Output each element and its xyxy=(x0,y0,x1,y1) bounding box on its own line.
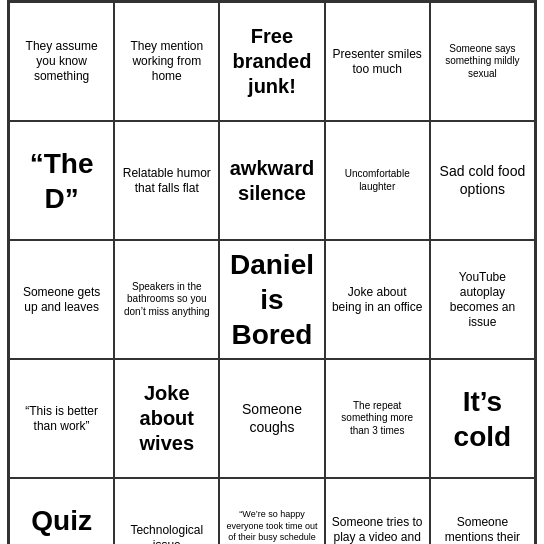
bingo-cell: Joke about being in an office xyxy=(325,240,430,359)
cell-text: Free branded junk! xyxy=(226,24,317,99)
cell-text: Technological issue xyxy=(121,523,212,545)
bingo-cell: YouTube autoplay becomes an issue xyxy=(430,240,535,359)
cell-text: Quiz time! xyxy=(16,503,107,545)
bingo-cell: “The D” xyxy=(9,121,114,240)
bingo-cell: Someone says something mildly sexual xyxy=(430,2,535,121)
cell-text: “We’re so happy everyone took time out o… xyxy=(226,509,317,544)
bingo-cell: They mention working from home xyxy=(114,2,219,121)
cell-text: They mention working from home xyxy=(121,39,212,84)
cell-text: “This is better than work” xyxy=(16,404,107,434)
bingo-cell: Quiz time! xyxy=(9,478,114,544)
bingo-cell: awkward silence xyxy=(219,121,324,240)
bingo-card: They assume you know somethingThey menti… xyxy=(7,0,537,544)
cell-text: Joke about wives xyxy=(121,381,212,456)
cell-text: awkward silence xyxy=(226,156,317,206)
cell-text: “The D” xyxy=(16,146,107,216)
bingo-cell: Someone mentions their kids xyxy=(430,478,535,544)
cell-text: Relatable humor that falls flat xyxy=(121,166,212,196)
cell-text: Someone says something mildly sexual xyxy=(437,43,528,81)
cell-text: Someone coughs xyxy=(226,401,317,436)
bingo-cell: Free branded junk! xyxy=(219,2,324,121)
cell-text: They assume you know something xyxy=(16,39,107,84)
bingo-cell: Joke about wives xyxy=(114,359,219,478)
cell-text: Speakers in the bathrooms so you don’t m… xyxy=(121,281,212,319)
bingo-cell: Relatable humor that falls flat xyxy=(114,121,219,240)
bingo-cell: Someone gets up and leaves xyxy=(9,240,114,359)
bingo-cell: The repeat something more than 3 times xyxy=(325,359,430,478)
bingo-cell: “We’re so happy everyone took time out o… xyxy=(219,478,324,544)
cell-text: It’s cold xyxy=(437,384,528,454)
bingo-cell: Uncomfortable laughter xyxy=(325,121,430,240)
bingo-cell: Sad cold food options xyxy=(430,121,535,240)
bingo-cell: It’s cold xyxy=(430,359,535,478)
cell-text: Sad cold food options xyxy=(437,163,528,198)
cell-text: Daniel is Bored xyxy=(226,247,317,352)
bingo-cell: “This is better than work” xyxy=(9,359,114,478)
cell-text: Someone tries to play a video and fails xyxy=(332,515,423,544)
cell-text: Someone gets up and leaves xyxy=(16,285,107,315)
bingo-cell: Daniel is Bored xyxy=(219,240,324,359)
bingo-cell: Technological issue xyxy=(114,478,219,544)
cell-text: Someone mentions their kids xyxy=(437,515,528,544)
bingo-grid: They assume you know somethingThey menti… xyxy=(9,2,535,544)
cell-text: YouTube autoplay becomes an issue xyxy=(437,270,528,330)
bingo-cell: Presenter smiles too much xyxy=(325,2,430,121)
bingo-cell: Someone tries to play a video and fails xyxy=(325,478,430,544)
bingo-cell: They assume you know something xyxy=(9,2,114,121)
bingo-cell: Speakers in the bathrooms so you don’t m… xyxy=(114,240,219,359)
cell-text: Uncomfortable laughter xyxy=(332,168,423,193)
bingo-cell: Someone coughs xyxy=(219,359,324,478)
cell-text: Presenter smiles too much xyxy=(332,47,423,77)
cell-text: The repeat something more than 3 times xyxy=(332,400,423,438)
cell-text: Joke about being in an office xyxy=(332,285,423,315)
